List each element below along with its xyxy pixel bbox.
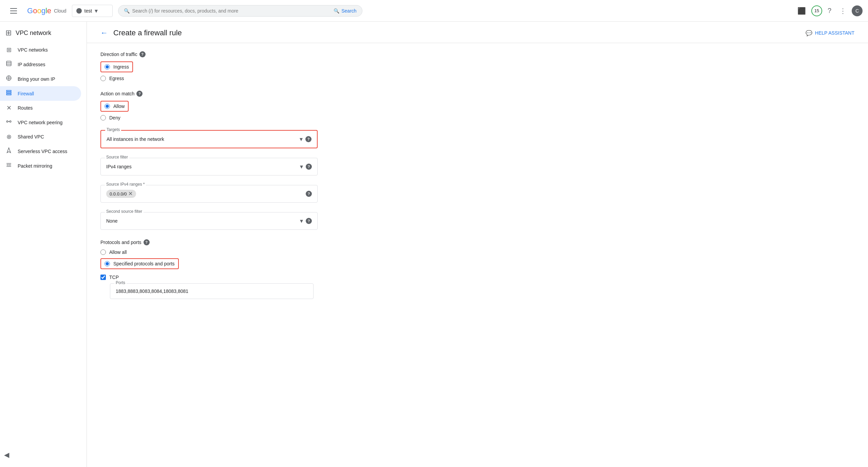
shared-vpc-icon: ⊗ bbox=[5, 133, 12, 141]
help-icon: ? bbox=[828, 7, 831, 15]
back-button[interactable]: ← bbox=[100, 29, 108, 37]
svg-rect-4 bbox=[6, 90, 11, 91]
targets-dropdown-icon: ▾ bbox=[300, 135, 303, 143]
protocols-ports-section: Protocols and ports ? Allow all Specifie… bbox=[100, 239, 399, 299]
sidebar-item-bring-your-own-ip[interactable]: Bring your own IP bbox=[0, 72, 81, 86]
sidebar-item-label: VPC network peering bbox=[18, 120, 62, 125]
ports-input-container[interactable]: Ports 1883,8883,8083,8084,18083,8081 bbox=[110, 283, 314, 299]
sidebar-item-shared-vpc[interactable]: ⊗ Shared VPC bbox=[0, 130, 81, 144]
cloud-shell-button[interactable]: ⬛ bbox=[795, 4, 809, 18]
project-name: test bbox=[84, 8, 92, 14]
source-filter-dropdown-icon: ▾ bbox=[300, 163, 303, 170]
sidebar-item-ip-addresses[interactable]: IP addresses bbox=[0, 57, 81, 72]
sidebar-item-firewall[interactable]: Firewall bbox=[0, 86, 81, 101]
page-title: Create a firewall rule bbox=[113, 29, 182, 37]
targets-actions: ▾ ? bbox=[300, 135, 312, 143]
ip-addresses-icon bbox=[5, 60, 12, 68]
second-source-filter-actions: ▾ ? bbox=[300, 217, 312, 225]
search-button-label: Search bbox=[341, 8, 356, 14]
tcp-checkbox[interactable] bbox=[100, 275, 106, 280]
action-allow-label: Allow bbox=[113, 104, 125, 109]
avatar[interactable]: C bbox=[852, 5, 863, 16]
help-button[interactable]: ? bbox=[825, 4, 834, 17]
avatar-letter: C bbox=[855, 8, 859, 14]
sidebar-item-serverless-vpc-access[interactable]: Serverless VPC access bbox=[0, 144, 81, 158]
source-ipv4-section: Source IPv4 ranges * 0.0.0.0/0 ✕ ? bbox=[100, 185, 399, 203]
search-bar-icon: 🔍 bbox=[124, 8, 130, 14]
sidebar-header: ⊞ VPC network bbox=[0, 24, 87, 43]
search-input[interactable] bbox=[132, 8, 331, 14]
layout: ⊞ VPC network ⊞ VPC networks IP addresse… bbox=[0, 22, 868, 467]
help-assistant-label: HELP ASSISTANT bbox=[815, 30, 854, 36]
help-assistant-button[interactable]: 💬 HELP ASSISTANT bbox=[806, 30, 854, 36]
direction-egress-option[interactable]: Egress bbox=[100, 76, 399, 81]
direction-of-traffic-section: Direction of traffic ? Ingress Egress bbox=[100, 51, 399, 81]
allow-all-radio[interactable] bbox=[100, 249, 106, 255]
search-button-icon: 🔍 bbox=[334, 8, 339, 14]
second-source-filter-select[interactable]: Second source filter None ▾ ? bbox=[100, 212, 318, 230]
protocols-options: Allow all Specified protocols and ports … bbox=[100, 249, 399, 299]
vpc-networks-icon: ⊞ bbox=[5, 46, 12, 54]
page-header: ← Create a firewall rule 💬 HELP ASSISTAN… bbox=[87, 22, 868, 43]
ipv4-help-icon[interactable]: ? bbox=[306, 191, 312, 197]
direction-of-traffic-label: Direction of traffic ? bbox=[100, 51, 399, 57]
sidebar-item-label: Shared VPC bbox=[18, 134, 44, 139]
more-options-button[interactable]: ⋮ bbox=[837, 4, 849, 18]
ipv4-chip-input[interactable] bbox=[139, 191, 303, 197]
specified-protocols-label: Specified protocols and ports bbox=[113, 261, 175, 266]
peering-icon bbox=[5, 118, 12, 126]
project-selector[interactable]: test ▾ bbox=[72, 5, 113, 17]
source-filter-container: Source filter IPv4 ranges ▾ ? bbox=[100, 158, 318, 175]
chip-remove-icon[interactable]: ✕ bbox=[128, 191, 133, 197]
second-source-filter-section: Second source filter None ▾ ? bbox=[100, 212, 399, 230]
source-filter-select[interactable]: Source filter IPv4 ranges ▾ ? bbox=[100, 158, 318, 175]
sidebar-item-packet-mirroring[interactable]: Packet mirroring bbox=[0, 158, 81, 173]
action-help-icon[interactable]: ? bbox=[136, 91, 143, 97]
help-assistant-icon: 💬 bbox=[806, 30, 812, 36]
protocols-help-icon[interactable]: ? bbox=[144, 239, 150, 245]
source-filter-help-icon[interactable]: ? bbox=[306, 164, 312, 170]
search-bar[interactable]: 🔍 🔍 Search bbox=[118, 5, 362, 17]
direction-help-icon[interactable]: ? bbox=[139, 51, 146, 57]
sidebar-item-routes[interactable]: ✕ Routes bbox=[0, 101, 81, 115]
ports-value: 1883,8883,8083,8084,18083,8081 bbox=[116, 288, 188, 294]
direction-egress-radio[interactable] bbox=[100, 76, 106, 81]
direction-ingress-option[interactable]: Ingress bbox=[100, 61, 399, 72]
specified-protocols-option[interactable]: Specified protocols and ports bbox=[100, 258, 399, 269]
allow-all-option[interactable]: Allow all bbox=[100, 249, 399, 255]
source-filter-actions: ▾ ? bbox=[300, 163, 312, 170]
ipv4-chip: 0.0.0.0/0 ✕ bbox=[106, 190, 136, 198]
action-radio-group: Allow Deny bbox=[100, 101, 399, 120]
hamburger-menu[interactable] bbox=[5, 3, 22, 18]
action-allow-radio[interactable] bbox=[105, 104, 110, 109]
direction-egress-label: Egress bbox=[109, 76, 124, 81]
google-cloud-logo[interactable]: Google Cloud bbox=[27, 6, 67, 15]
tcp-checkbox-option[interactable]: TCP bbox=[100, 275, 399, 280]
ipv4-chip-value: 0.0.0.0/0 bbox=[110, 191, 127, 197]
action-allow-option[interactable]: Allow bbox=[100, 101, 399, 112]
collapse-icon: ◀ bbox=[4, 451, 9, 459]
sidebar-item-vpc-network-peering[interactable]: VPC network peering bbox=[0, 115, 81, 130]
main-content: ← Create a firewall rule 💬 HELP ASSISTAN… bbox=[87, 22, 868, 467]
action-deny-option[interactable]: Deny bbox=[100, 115, 399, 120]
cloud-shell-icon: ⬛ bbox=[797, 7, 806, 15]
source-ipv4-input[interactable]: Source IPv4 ranges * 0.0.0.0/0 ✕ ? bbox=[100, 185, 318, 203]
specified-protocols-radio[interactable] bbox=[105, 261, 110, 266]
sidebar-item-label: VPC networks bbox=[18, 47, 48, 53]
second-source-filter-help-icon[interactable]: ? bbox=[306, 218, 312, 224]
direction-radio-group: Ingress Egress bbox=[100, 61, 399, 81]
allow-highlighted: Allow bbox=[100, 101, 129, 112]
direction-ingress-radio[interactable] bbox=[105, 64, 110, 70]
sidebar-header-title: VPC network bbox=[16, 30, 51, 37]
search-button[interactable]: 🔍 Search bbox=[334, 8, 356, 14]
protocols-ports-label: Protocols and ports ? bbox=[100, 239, 399, 245]
notification-badge[interactable]: 15 bbox=[811, 5, 822, 16]
action-deny-radio[interactable] bbox=[100, 115, 106, 120]
svg-point-8 bbox=[10, 121, 11, 123]
sidebar-collapse-button[interactable]: ◀ bbox=[4, 451, 9, 459]
targets-help-icon[interactable]: ? bbox=[305, 136, 312, 142]
sidebar-item-vpc-networks[interactable]: ⊞ VPC networks bbox=[0, 43, 81, 57]
form-content: Direction of traffic ? Ingress Egress bbox=[87, 43, 413, 317]
second-source-filter-label: Second source filter bbox=[105, 209, 144, 214]
targets-select[interactable]: Targets All instances in the network ▾ ? bbox=[100, 130, 318, 148]
